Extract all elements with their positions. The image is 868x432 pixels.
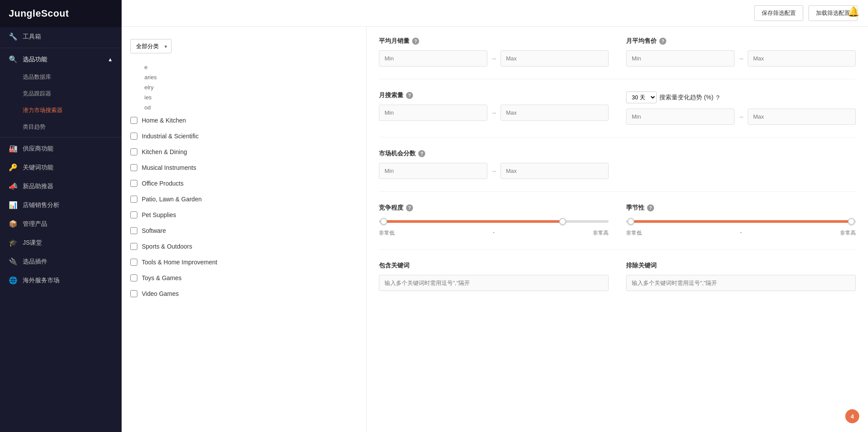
category-item-sports[interactable]: Sports & Outdoors [130,239,357,254]
category-checkbox-musical[interactable] [130,164,137,171]
monthly-search-max-input[interactable] [500,105,609,121]
filter-group-exclude-keywords: 排除关键词 [626,262,856,291]
avg-price-help-icon[interactable]: ? [659,38,666,45]
category-label: Pet Supplies [142,211,176,218]
avg-sales-min-input[interactable] [379,50,487,67]
sidebar-item-label: 海外服务市场 [23,277,113,284]
sidebar-subitem-product-db[interactable]: 选品数据库 [0,69,122,85]
sidebar-item-manage-product[interactable]: 📦 管理产品 [0,214,122,233]
monthly-search-min-input[interactable] [379,105,487,121]
category-checkbox-patio[interactable] [130,196,137,203]
product-select-icon: 🔍 [9,55,18,63]
sidebar-item-keyword[interactable]: 🔑 关键词功能 [0,158,122,177]
search-trend-max-input[interactable] [748,109,856,125]
category-item-office[interactable]: Office Products [130,176,357,191]
sidebar-subitem-category-trend[interactable]: 类目趋势 [0,119,122,135]
store-analysis-icon: 📊 [9,201,18,209]
bell-icon[interactable]: 🔔 [847,6,859,18]
category-item-software[interactable]: Software [130,223,357,239]
sidebar-item-js-course[interactable]: 🎓 JS课堂 [0,233,122,252]
filter-group-seasonality: 季节性 ? 非常低 - 非常高 [626,204,856,237]
category-checkbox-video-games[interactable] [130,290,137,297]
category-checkbox-tools[interactable] [130,259,137,266]
category-checkbox-industrial[interactable] [130,133,137,140]
avg-price-min-input[interactable] [626,50,735,67]
sidebar-item-label: JS课堂 [23,239,113,247]
content-body: 全部分类 e aries elry ies od Home & Kitchen [122,27,868,432]
include-keywords-input[interactable] [379,275,609,291]
category-checkbox-pet[interactable] [130,211,137,218]
market-score-max-input[interactable] [500,163,609,179]
filter-group-monthly-search: 月搜索量 ? → [379,91,609,125]
seasonality-help-icon[interactable]: ? [647,204,654,211]
competition-slider-labels: 非常低 - 非常高 [379,229,609,237]
sidebar-item-toolbox[interactable]: 🔧 工具箱 [0,27,122,46]
market-score-help-icon[interactable]: ? [418,150,425,157]
new-product-icon: 📣 [9,182,18,190]
include-keywords-text: 包含关键词 [379,262,410,270]
competition-slider-thumb-right[interactable] [559,218,566,225]
category-item-video-games[interactable]: Video Games [130,286,357,302]
category-checkbox-office[interactable] [130,180,137,187]
competition-help-icon[interactable]: ? [406,204,413,211]
sidebar-item-store-analysis[interactable]: 📊 店铺销售分析 [0,196,122,214]
category-item-toys[interactable]: Toys & Games [130,270,357,286]
range-arrow-icon: → [738,55,744,62]
range-arrow-icon: → [491,55,497,62]
category-item-home-kitchen[interactable]: Home & Kitchen [130,112,357,128]
category-panel: 全部分类 e aries elry ies od Home & Kitchen [122,27,367,432]
seasonality-slider[interactable] [626,217,856,226]
category-dropdown[interactable]: 全部分类 [130,39,172,53]
filter-group-competition: 竞争程度 ? 非常低 - 非常高 [379,204,609,237]
category-checkbox-sports[interactable] [130,243,137,250]
category-item-kitchen-dining[interactable]: Kitchen & Dining [130,144,357,160]
monthly-search-help-icon[interactable]: ? [406,92,413,99]
sidebar-subitem-competitor-track[interactable]: 竞品跟踪器 [0,85,122,102]
avg-sales-max-input[interactable] [500,50,609,67]
seasonality-text: 季节性 [626,204,644,212]
category-item-patio[interactable]: Patio, Lawn & Garden [130,191,357,207]
search-trend-help-icon[interactable]: ? [716,94,720,101]
category-item-musical[interactable]: Musical Instruments [130,160,357,176]
sidebar-item-overseas[interactable]: 🌐 海外服务市场 [0,271,122,290]
filter-divider-4 [379,249,856,249]
avg-price-range: → [626,50,856,67]
search-trend-min-input[interactable] [626,109,735,125]
competition-slider[interactable] [379,217,609,226]
days-select[interactable]: 30 天 7 天 90 天 [626,91,657,103]
keyword-icon: 🔑 [9,163,18,172]
avg-sales-help-icon[interactable]: ? [412,38,419,45]
filter-group-market-score: 市场机会分数 ? → [379,150,609,179]
category-checkbox-kitchen-dining[interactable] [130,148,137,155]
market-score-min-input[interactable] [379,163,487,179]
range-arrow-icon: → [491,109,497,116]
filter-group-avg-sales: 平均月销量 ? → [379,37,609,67]
competition-slider-thumb-left[interactable] [380,218,387,225]
notification-badge[interactable]: 4 [845,409,859,423]
category-item-tools[interactable]: Tools & Home Improvement [130,254,357,270]
exclude-keywords-input[interactable] [626,275,856,291]
category-checkbox-toys[interactable] [130,274,137,281]
seasonality-slider-thumb-right[interactable] [848,218,855,225]
sidebar-item-plugin[interactable]: 🔌 选品插件 [0,252,122,271]
category-label: Video Games [142,290,179,297]
sidebar: JungleScout 🔧 工具箱 🔍 选品功能 ▲ 选品数据库 竞品跟踪器 潜… [0,0,122,432]
category-list: Home & Kitchen Industrial & Scientific K… [122,112,366,302]
avg-price-max-input[interactable] [748,50,856,67]
overseas-icon: 🌐 [9,276,18,284]
sidebar-subitem-market-search[interactable]: 潜力市场搜索器 [0,102,122,119]
category-item-industrial[interactable]: Industrial & Scientific [130,128,357,144]
sidebar-item-supplier[interactable]: 🏭 供应商功能 [0,139,122,158]
seasonality-slider-thumb-left[interactable] [627,218,634,225]
sidebar-item-product-select[interactable]: 🔍 选品功能 ▲ [0,50,122,69]
category-checkbox-home-kitchen[interactable] [130,117,137,124]
filter-label-monthly-search: 月搜索量 ? [379,91,609,99]
save-filter-button[interactable]: 保存筛选配置 [754,5,803,21]
monthly-search-text: 月搜索量 [379,91,403,99]
category-checkbox-software[interactable] [130,227,137,234]
truncated-category-3: elry [144,82,357,92]
sidebar-item-new-product[interactable]: 📣 新品助推器 [0,177,122,196]
category-item-pet[interactable]: Pet Supplies [130,207,357,223]
sidebar-divider [0,48,122,48]
filter-label-seasonality: 季节性 ? [626,204,856,212]
